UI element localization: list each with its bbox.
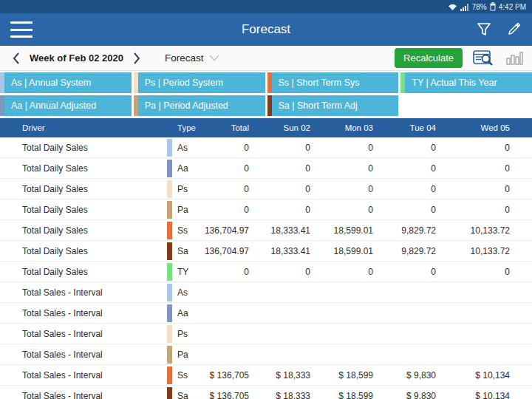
cell-value: $ 18,599 <box>310 391 373 399</box>
table-row[interactable]: Total Sales - IntervalSs$ 136,705$ 18,33… <box>0 365 532 386</box>
cell-value: 10,133.72 <box>436 225 510 236</box>
cell-type: Aa <box>172 308 197 318</box>
view-selector[interactable]: Forecast <box>165 52 220 64</box>
cell-value: 0 <box>436 184 510 194</box>
chevron-right-icon <box>132 52 141 65</box>
type-color-bar <box>167 262 172 282</box>
legend-chip-aa[interactable]: Aa | Annual Adjusted <box>0 95 132 116</box>
week-label: Week of Feb 02 2020 <box>30 52 123 64</box>
col-header-type: Type <box>172 123 197 132</box>
type-color-bar <box>167 282 172 302</box>
cell-value: $ 18,599 <box>310 370 373 381</box>
type-color-bar <box>167 386 172 399</box>
cell-value: $ 136,705 <box>197 391 249 399</box>
col-header-driver: Driver <box>0 123 167 132</box>
table-row[interactable]: Total Sales - IntervalAs <box>0 282 532 303</box>
type-color-bar <box>167 324 172 344</box>
cell-value: 0 <box>249 163 310 174</box>
cell-value: $ 18,333 <box>249 370 310 381</box>
cell-driver: Total Sales - Interval <box>0 287 167 298</box>
legend-chip-sa[interactable]: Sa | Short Term Adj <box>267 95 399 116</box>
pencil-icon <box>505 21 522 38</box>
legend-chip-as[interactable]: As | Annual System <box>0 72 132 93</box>
col-header-sun: Sun 02 <box>249 123 310 132</box>
prev-week-button[interactable] <box>7 50 25 66</box>
table-row[interactable]: Total Sales - IntervalPa <box>0 344 532 365</box>
legend-chip-pa[interactable]: Pa | Period Adjusted <box>134 95 265 116</box>
cell-value: 0 <box>373 267 436 277</box>
cell-value: 18,333.41 <box>249 246 310 256</box>
cell-type: As <box>172 287 197 298</box>
cell-value: 0 <box>249 205 310 215</box>
report-search-button[interactable] <box>471 49 495 68</box>
cell-type: TY <box>172 267 197 277</box>
cell-value: 0 <box>249 143 310 153</box>
type-color-bar <box>167 344 172 364</box>
cell-driver: Total Daily Sales <box>0 246 167 256</box>
cell-type: Pa <box>172 205 197 215</box>
recalculate-button[interactable]: Recalculate <box>395 48 463 68</box>
bar-chart-icon <box>505 50 523 66</box>
type-color-bar <box>167 179 172 199</box>
legend-chip-ss[interactable]: Ss | Short Term Sys <box>267 72 399 93</box>
chevron-left-icon <box>12 52 21 65</box>
type-color-bar <box>167 241 172 261</box>
cell-value: $ 18,333 <box>249 391 310 399</box>
next-week-button[interactable] <box>128 50 146 66</box>
app-window: 78% 4:42 PM Forecast <box>0 0 532 399</box>
cell-value: 0 <box>310 143 373 153</box>
table-row[interactable]: Total Sales - IntervalPs <box>0 324 532 344</box>
legend-chip-ty[interactable]: TY | Actual This Year <box>400 72 532 93</box>
cell-value: $ 136,705 <box>197 370 249 381</box>
cell-type: Ss <box>172 370 197 381</box>
cell-value: 0 <box>436 143 510 153</box>
cell-driver: Total Sales - Interval <box>0 349 167 360</box>
cell-type: Sa <box>172 246 197 256</box>
edit-button[interactable] <box>504 20 523 39</box>
cell-value: $ 9,830 <box>373 370 436 381</box>
legend-chip-label: Sa | Short Term Adj <box>272 100 358 111</box>
signal-icon <box>460 3 469 11</box>
wifi-icon <box>448 3 457 11</box>
chevron-down-icon <box>209 55 219 61</box>
type-color-bar <box>167 220 172 240</box>
legend: As | Annual SystemPs | Period SystemSs |… <box>0 71 532 118</box>
cell-value: $ 10,134 <box>436 370 510 381</box>
cell-value: 0 <box>436 163 510 174</box>
table-row[interactable]: Total Sales - IntervalSa$ 136,705$ 18,33… <box>0 386 532 399</box>
cell-type: Ss <box>172 225 197 236</box>
cell-value: $ 9,830 <box>373 391 436 399</box>
table-row[interactable]: Total Daily SalesSa136,704.9718,333.4118… <box>0 241 532 262</box>
legend-chip-ps[interactable]: Ps | Period System <box>134 72 265 93</box>
legend-chip-label: As | Annual System <box>4 78 91 88</box>
toolbar-actions: Recalculate <box>395 48 525 68</box>
table-row[interactable]: Total Daily SalesAa00000 <box>0 158 532 179</box>
table-row[interactable]: Total Daily SalesTY00000 <box>0 262 532 282</box>
cell-value: 0 <box>197 184 249 194</box>
table-row[interactable]: Total Daily SalesPa00000 <box>0 200 532 220</box>
view-selector-value: Forecast <box>165 52 204 64</box>
chart-view-button[interactable] <box>504 49 525 67</box>
table-row[interactable]: Total Sales - IntervalAa <box>0 303 532 324</box>
table-row[interactable]: Total Daily SalesPs00000 <box>0 179 532 200</box>
table-header: Driver Type Total Sun 02 Mon 03 Tue 04 W… <box>0 118 532 137</box>
table-search-icon <box>473 50 494 66</box>
table-row[interactable]: Total Daily SalesAs00000 <box>0 137 532 158</box>
col-header-wed: Wed 05 <box>436 123 510 132</box>
col-header-total: Total <box>197 123 249 132</box>
col-header-tue: Tue 04 <box>373 123 436 132</box>
cell-value: 136,704.97 <box>197 246 249 256</box>
cell-type: Ps <box>172 184 197 194</box>
cell-driver: Total Daily Sales <box>0 267 167 277</box>
cell-value: 9,829.72 <box>373 246 436 256</box>
menu-button[interactable] <box>9 19 34 40</box>
legend-chip-label: Aa | Annual Adjusted <box>4 100 96 111</box>
table-row[interactable]: Total Daily SalesSs136,704.9718,333.4118… <box>0 220 532 241</box>
cell-value: 0 <box>310 184 373 194</box>
cell-value: 0 <box>436 205 510 215</box>
status-bar: 78% 4:42 PM <box>0 0 532 13</box>
filter-button[interactable] <box>474 20 494 39</box>
cell-type: As <box>172 143 197 153</box>
cell-value: 0 <box>249 267 310 277</box>
cell-value: 0 <box>310 267 373 277</box>
